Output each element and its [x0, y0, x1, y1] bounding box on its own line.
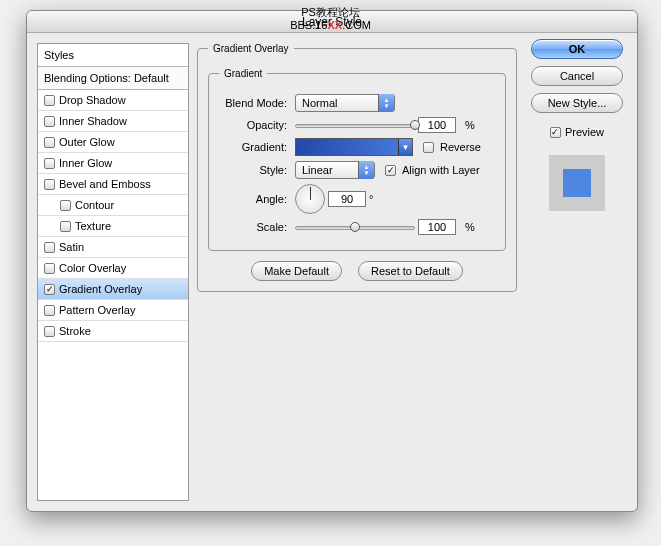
- angle-label: Angle:: [219, 193, 295, 205]
- style-checkbox[interactable]: [44, 284, 55, 295]
- style-row-drop-shadow[interactable]: Drop Shadow: [38, 90, 188, 111]
- style-row-outer-glow[interactable]: Outer Glow: [38, 132, 188, 153]
- gradient-label: Gradient:: [219, 141, 295, 153]
- preview-checkbox[interactable]: [550, 127, 561, 138]
- scale-label: Scale:: [219, 221, 295, 233]
- opacity-slider[interactable]: [295, 118, 415, 132]
- preview-label: Preview: [565, 126, 604, 138]
- angle-dial[interactable]: [295, 184, 325, 214]
- style-label: Texture: [75, 220, 111, 232]
- gradient-legend: Gradient: [219, 68, 267, 79]
- new-style-button[interactable]: New Style...: [531, 93, 623, 113]
- style-label: Contour: [75, 199, 114, 211]
- style-row-contour[interactable]: Contour: [38, 195, 188, 216]
- style-label: Outer Glow: [59, 136, 115, 148]
- style-row-gradient-overlay[interactable]: Gradient Overlay: [38, 279, 188, 300]
- style-row-color-overlay[interactable]: Color Overlay: [38, 258, 188, 279]
- styles-header[interactable]: Styles: [38, 44, 188, 67]
- style-label: Satin: [59, 241, 84, 253]
- preview-swatch: [549, 155, 605, 211]
- align-checkbox[interactable]: [385, 165, 396, 176]
- scale-input[interactable]: 100: [418, 219, 456, 235]
- angle-unit: °: [369, 193, 373, 205]
- style-label: Inner Glow: [59, 157, 112, 169]
- style-row-inner-glow[interactable]: Inner Glow: [38, 153, 188, 174]
- style-checkbox[interactable]: [44, 116, 55, 127]
- style-label: Pattern Overlay: [59, 304, 135, 316]
- watermark: PS教程论坛 BBS.16XX.COM: [290, 6, 371, 32]
- opacity-label: Opacity:: [219, 119, 295, 131]
- style-row-pattern-overlay[interactable]: Pattern Overlay: [38, 300, 188, 321]
- ok-button[interactable]: OK: [531, 39, 623, 59]
- gradient-overlay-group: Gradient Overlay Gradient Blend Mode: No…: [197, 43, 517, 292]
- style-select[interactable]: Linear: [295, 161, 375, 179]
- layer-style-dialog: Layer Style Styles Blending Options: Def…: [26, 10, 638, 512]
- style-checkbox[interactable]: [44, 242, 55, 253]
- style-checkbox[interactable]: [44, 137, 55, 148]
- opacity-unit: %: [465, 119, 475, 131]
- style-checkbox[interactable]: [60, 200, 71, 211]
- chevron-updown-icon: [358, 161, 374, 179]
- angle-input[interactable]: 90: [328, 191, 366, 207]
- style-checkbox[interactable]: [44, 158, 55, 169]
- style-checkbox[interactable]: [44, 263, 55, 274]
- make-default-button[interactable]: Make Default: [251, 261, 342, 281]
- blend-mode-select[interactable]: Normal: [295, 94, 395, 112]
- blend-mode-label: Blend Mode:: [219, 97, 295, 109]
- style-row-stroke[interactable]: Stroke: [38, 321, 188, 342]
- chevron-updown-icon: [378, 94, 394, 112]
- style-label: Style:: [219, 164, 295, 176]
- scale-unit: %: [465, 221, 475, 233]
- style-checkbox[interactable]: [44, 326, 55, 337]
- reverse-checkbox[interactable]: [423, 142, 434, 153]
- styles-panel: Styles Blending Options: Default Drop Sh…: [37, 43, 189, 501]
- blending-options-row[interactable]: Blending Options: Default: [38, 67, 188, 90]
- gradient-swatch[interactable]: ▼: [295, 138, 413, 156]
- gradient-group: Gradient Blend Mode: Normal Opacity: 100: [208, 68, 506, 251]
- style-row-texture[interactable]: Texture: [38, 216, 188, 237]
- opacity-input[interactable]: 100: [418, 117, 456, 133]
- style-label: Drop Shadow: [59, 94, 126, 106]
- reverse-label: Reverse: [440, 141, 481, 153]
- chevron-down-icon[interactable]: ▼: [398, 139, 412, 155]
- group-title: Gradient Overlay: [208, 43, 294, 54]
- style-label: Bevel and Emboss: [59, 178, 151, 190]
- style-row-bevel-and-emboss[interactable]: Bevel and Emboss: [38, 174, 188, 195]
- style-checkbox[interactable]: [60, 221, 71, 232]
- scale-slider[interactable]: [295, 220, 415, 234]
- cancel-button[interactable]: Cancel: [531, 66, 623, 86]
- style-label: Inner Shadow: [59, 115, 127, 127]
- style-label: Gradient Overlay: [59, 283, 142, 295]
- style-row-inner-shadow[interactable]: Inner Shadow: [38, 111, 188, 132]
- style-row-satin[interactable]: Satin: [38, 237, 188, 258]
- style-checkbox[interactable]: [44, 179, 55, 190]
- style-checkbox[interactable]: [44, 95, 55, 106]
- align-label: Align with Layer: [402, 164, 480, 176]
- reset-default-button[interactable]: Reset to Default: [358, 261, 463, 281]
- style-label: Stroke: [59, 325, 91, 337]
- style-checkbox[interactable]: [44, 305, 55, 316]
- style-label: Color Overlay: [59, 262, 126, 274]
